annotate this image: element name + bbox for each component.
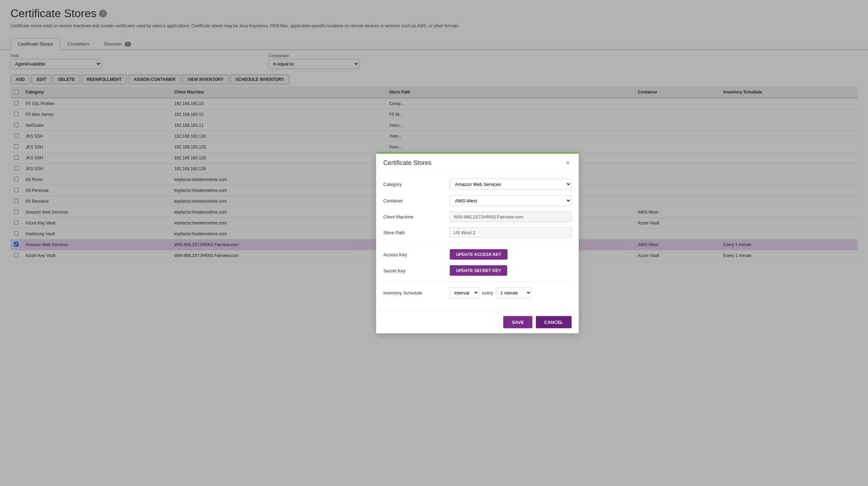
- modal-body: Category Amazon Web Services Azure Key V…: [376, 172, 579, 262]
- update-access-key-button[interactable]: UPDATE ACCESS KEY: [450, 249, 507, 260]
- container-row: Container AWS-West Azure Vault None: [383, 195, 572, 206]
- category-select[interactable]: Amazon Web Services Azure Key Vault IIS …: [450, 179, 572, 190]
- category-row: Category Amazon Web Services Azure Key V…: [383, 179, 572, 190]
- modal-title: Certificate Stores: [383, 159, 432, 166]
- client-machine-label: Client Machine: [383, 214, 446, 220]
- client-machine-row: Client Machine: [383, 212, 572, 222]
- cert-store-modal: Certificate Stores × Category Amazon Web…: [376, 153, 579, 262]
- store-path-input[interactable]: [450, 228, 572, 238]
- store-path-row: Store Path: [383, 228, 572, 238]
- divider-1: [383, 243, 572, 244]
- access-key-row: Access Key UPDATE ACCESS KEY: [383, 249, 572, 260]
- access-key-label: Access Key: [383, 252, 446, 257]
- modal-close-button[interactable]: ×: [564, 159, 572, 167]
- store-path-label: Store Path: [383, 230, 446, 235]
- client-machine-input[interactable]: [450, 212, 572, 222]
- category-label: Category: [383, 182, 446, 187]
- container-label: Container: [383, 198, 446, 203]
- modal-header: Certificate Stores ×: [376, 154, 579, 172]
- container-select[interactable]: AWS-West Azure Vault None: [450, 195, 572, 206]
